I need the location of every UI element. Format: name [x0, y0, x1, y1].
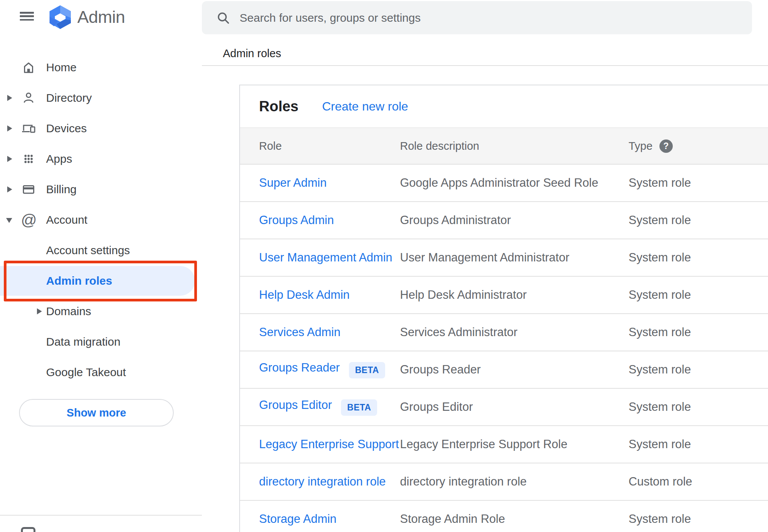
sidebar-item-label: Account settings — [46, 235, 130, 266]
chevron-right-icon[interactable] — [7, 95, 12, 101]
sidebar-item-admin-roles[interactable]: Admin roles — [0, 266, 202, 296]
role-link[interactable]: directory integration role — [259, 475, 386, 488]
cell-role: Groups ReaderBETA — [259, 361, 400, 378]
chevron-right-icon[interactable] — [37, 308, 42, 314]
column-header-role: Role — [259, 140, 400, 152]
create-new-role-link[interactable]: Create new role — [322, 99, 408, 114]
cell-role: Groups EditorBETA — [259, 398, 400, 415]
sidebar-item-domains[interactable]: Domains — [0, 296, 202, 327]
sidebar-item-directory[interactable]: Directory — [0, 83, 202, 113]
cell-role-description: Storage Admin Role — [400, 512, 629, 526]
role-link[interactable]: User Management Admin — [259, 251, 392, 264]
cell-role: Help Desk Admin — [259, 288, 400, 302]
cell-type: System role — [629, 512, 768, 526]
chevron-down-icon[interactable] — [6, 218, 12, 223]
cell-role: User Management Admin — [259, 251, 400, 264]
cell-type: System role — [629, 288, 768, 302]
cell-type: System role — [629, 400, 768, 414]
cell-type: System role — [629, 325, 768, 339]
sidebar-nav: HomeDirectoryDevicesAppsBilling@AccountA… — [0, 52, 202, 388]
cell-role: Groups Admin — [259, 213, 400, 227]
cell-role-description: Groups Reader — [400, 363, 629, 377]
role-link[interactable]: Groups Admin — [259, 213, 334, 227]
show-more-button[interactable]: Show more — [19, 399, 174, 426]
sidebar-item-label: Account — [46, 205, 87, 235]
apps-grid-icon — [21, 151, 36, 167]
cell-type: Custom role — [629, 475, 768, 489]
chevron-right-icon[interactable] — [7, 186, 12, 192]
role-link[interactable]: Legacy Enterprise Support — [259, 437, 399, 451]
beta-badge: BETA — [341, 399, 377, 416]
sidebar: Admin HomeDirectoryDevicesAppsBilling@Ac… — [0, 0, 202, 532]
sidebar-item-account-settings[interactable]: Account settings — [0, 235, 202, 266]
column-header-type: Type ? — [629, 139, 768, 153]
sidebar-item-label: Google Takeout — [46, 357, 126, 388]
chevron-right-icon[interactable] — [7, 156, 12, 162]
cell-role: Services Admin — [259, 325, 400, 339]
chevron-right-icon[interactable] — [7, 125, 12, 131]
at-sign-icon: @ — [21, 212, 36, 228]
roles-card: Roles Create new role Role Role descript… — [239, 85, 768, 532]
hamburger-menu-icon[interactable] — [20, 12, 34, 21]
column-header-role-description: Role description — [400, 140, 629, 152]
sidebar-item-devices[interactable]: Devices — [0, 113, 202, 144]
search-bar[interactable] — [202, 1, 752, 34]
roles-card-header: Roles Create new role — [240, 85, 768, 127]
sidebar-item-label: Data migration — [46, 327, 120, 357]
cell-role-description: directory integration role — [400, 475, 629, 489]
admin-hexagon-logo-icon — [49, 5, 72, 29]
cell-role-description: Google Apps Administrator Seed Role — [400, 176, 629, 190]
home-icon — [21, 60, 36, 75]
role-link[interactable]: Groups Editor — [259, 398, 332, 412]
cell-type: System role — [629, 213, 768, 227]
sidebar-item-apps[interactable]: Apps — [0, 144, 202, 174]
sidebar-item-label: Devices — [46, 113, 87, 144]
roles-table-body: Super AdminGoogle Apps Administrator See… — [240, 165, 768, 532]
search-input[interactable] — [240, 11, 741, 24]
table-row: Storage AdminStorage Admin RoleSystem ro… — [240, 501, 768, 532]
header-divider — [202, 65, 768, 66]
logo-text: Admin — [77, 7, 125, 27]
card-title: Roles — [259, 98, 298, 115]
devices-icon — [21, 121, 36, 136]
table-row: Legacy Enterprise SupportLegacy Enterpri… — [240, 426, 768, 463]
cell-role-description: Legacy Enterprise Support Role — [400, 437, 629, 451]
cell-role-description: Groups Administrator — [400, 213, 629, 227]
sidebar-item-data-migration[interactable]: Data migration — [0, 327, 202, 357]
person-icon — [21, 90, 36, 106]
table-row: Help Desk AdminHelp Desk AdministratorSy… — [240, 277, 768, 314]
cell-type: System role — [629, 437, 768, 451]
sidebar-bottom-divider — [0, 515, 202, 516]
table-row: Super AdminGoogle Apps Administrator See… — [240, 165, 768, 202]
table-header-row: Role Role description Type ? — [240, 127, 768, 165]
clipped-menu-icon — [21, 527, 35, 532]
role-link[interactable]: Services Admin — [259, 325, 341, 339]
sidebar-item-label: Admin roles — [46, 266, 112, 296]
cell-role: Storage Admin — [259, 512, 400, 526]
cell-type: System role — [629, 251, 768, 264]
sidebar-item-label: Home — [46, 52, 77, 83]
sidebar-item-label: Domains — [46, 296, 91, 327]
admin-logo[interactable]: Admin — [49, 5, 125, 30]
table-row: Services AdminServices AdministratorSyst… — [240, 314, 768, 351]
beta-badge: BETA — [349, 362, 385, 378]
search-icon — [217, 11, 230, 24]
sidebar-item-google-takeout[interactable]: Google Takeout — [0, 357, 202, 388]
cell-role: directory integration role — [259, 475, 400, 489]
role-link[interactable]: Groups Reader — [259, 361, 340, 374]
role-link[interactable]: Super Admin — [259, 176, 327, 189]
cell-role-description: User Management Administrator — [400, 251, 629, 264]
sidebar-item-account[interactable]: @Account — [0, 205, 202, 235]
cell-type: System role — [629, 176, 768, 190]
table-row: Groups EditorBETAGroups EditorSystem rol… — [240, 389, 768, 426]
sidebar-item-label: Directory — [46, 83, 92, 113]
role-link[interactable]: Storage Admin — [259, 512, 336, 526]
sidebar-item-home[interactable]: Home — [0, 52, 202, 83]
sidebar-item-label: Apps — [46, 144, 72, 174]
role-link[interactable]: Help Desk Admin — [259, 288, 350, 301]
help-icon[interactable]: ? — [659, 139, 673, 153]
cell-type: System role — [629, 363, 768, 377]
table-row: directory integration roledirectory inte… — [240, 463, 768, 501]
sidebar-item-billing[interactable]: Billing — [0, 174, 202, 205]
cell-role-description: Help Desk Administrator — [400, 288, 629, 302]
